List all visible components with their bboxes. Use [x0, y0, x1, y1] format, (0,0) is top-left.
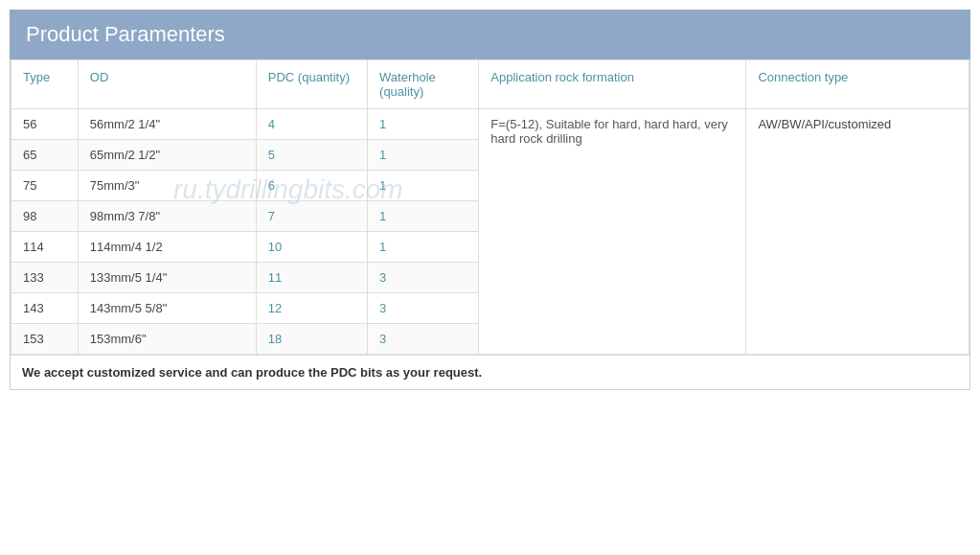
cell-od: 98mm/3 7/8" [78, 201, 256, 232]
cell-type: 75 [11, 171, 79, 201]
table-row: 56 56mm/2 1/4" 4 1 F=(5-12), Suitable fo… [11, 109, 969, 140]
cell-waterhole: 3 [368, 263, 479, 293]
cell-waterhole: 1 [368, 232, 479, 263]
footer-note: We accept customized service and can pro… [11, 355, 969, 389]
cell-waterhole: 3 [368, 324, 479, 355]
page-wrapper: Product Paramenters ru.tydrillingbits.co… [0, 0, 980, 400]
cell-pdc: 6 [256, 171, 367, 201]
cell-waterhole: 1 [368, 140, 479, 171]
cell-od: 133mm/5 1/4" [78, 263, 256, 293]
product-table: Type OD PDC (quantity) Waterhole (qualit… [11, 59, 969, 355]
cell-pdc: 12 [256, 293, 367, 324]
col-header-connection: Connection type [746, 60, 969, 109]
cell-type: 114 [11, 232, 79, 263]
cell-waterhole: 3 [368, 293, 479, 324]
cell-od: 75mm/3" [78, 171, 256, 201]
cell-waterhole: 1 [368, 201, 479, 232]
cell-pdc: 11 [256, 263, 367, 293]
cell-type: 143 [11, 293, 79, 324]
col-header-od: OD [78, 60, 256, 109]
col-header-pdc: PDC (quantity) [256, 60, 367, 109]
col-header-waterhole: Waterhole (quality) [368, 60, 479, 109]
cell-od: 143mm/5 5/8" [78, 293, 256, 324]
cell-type: 133 [11, 263, 79, 293]
cell-od: 153mm/6" [78, 324, 256, 355]
col-header-type: Type [11, 60, 79, 109]
cell-pdc: 4 [256, 109, 367, 140]
cell-od: 114mm/4 1/2 [78, 232, 256, 263]
table-header-row: Type OD PDC (quantity) Waterhole (qualit… [11, 60, 969, 109]
cell-waterhole: 1 [368, 171, 479, 201]
cell-pdc: 18 [256, 324, 367, 355]
cell-pdc: 7 [256, 201, 367, 232]
table-relative: ru.tydrillingbits.com Type OD PDC (quant… [11, 59, 969, 389]
cell-pdc: 5 [256, 140, 367, 171]
cell-application: F=(5-12), Suitable for hard, hard hard, … [479, 109, 746, 355]
cell-waterhole: 1 [368, 109, 479, 140]
cell-type: 98 [11, 201, 79, 232]
cell-type: 56 [11, 109, 79, 140]
cell-connection: AW/BW/API/customized [746, 109, 969, 355]
cell-pdc: 10 [256, 232, 367, 263]
table-container: ru.tydrillingbits.com Type OD PDC (quant… [10, 59, 970, 390]
col-header-application: Application rock formation [479, 60, 746, 109]
section-title: Product Paramenters [10, 10, 970, 59]
cell-type: 153 [11, 324, 79, 355]
cell-type: 65 [11, 140, 79, 171]
cell-od: 56mm/2 1/4" [78, 109, 256, 140]
cell-od: 65mm/2 1/2" [78, 140, 256, 171]
